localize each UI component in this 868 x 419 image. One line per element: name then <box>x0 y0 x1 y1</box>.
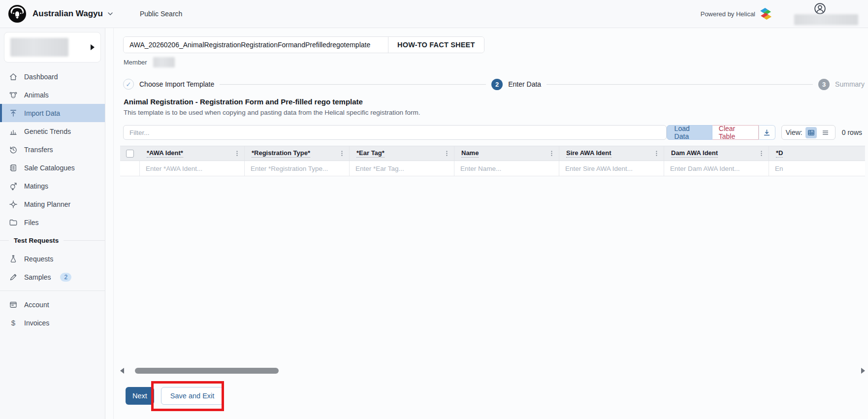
page-subtitle: This template is to be used when copying… <box>124 109 420 116</box>
view-toggle-group: View: <box>781 125 836 140</box>
column-menu-icon[interactable] <box>232 149 241 158</box>
column-header[interactable]: *Ear Tag* <box>350 146 454 161</box>
table-cell-input[interactable]: Enter *AWA Ident... <box>140 161 245 176</box>
column-header[interactable]: *D <box>769 146 865 161</box>
sidebar-item-genetic-trends[interactable]: Genetic Trends <box>0 122 105 140</box>
sidebar-item-files[interactable]: Files <box>0 213 105 231</box>
step1-label[interactable]: Choose Import Template <box>139 80 214 88</box>
download-button[interactable] <box>759 125 775 140</box>
sidebar-section-label: Test Requests <box>14 237 59 244</box>
sidebar-item-samples[interactable]: Samples2 <box>0 268 105 286</box>
cell-placeholder: Enter *AWA Ident... <box>146 165 202 172</box>
samples-count-badge: 2 <box>60 273 71 282</box>
save-and-exit-button[interactable]: Save and Exit <box>161 387 224 405</box>
flask-icon <box>9 255 18 263</box>
scroll-right-arrow-icon[interactable] <box>861 368 865 374</box>
column-header[interactable]: *AWA Ident* <box>140 146 245 161</box>
sidebar-nav-tests: RequestsSamples2 <box>0 250 105 286</box>
template-name-input[interactable] <box>124 37 388 53</box>
sidebar-item-account[interactable]: Account <box>0 295 105 314</box>
table-cell-input[interactable]: En <box>769 161 865 176</box>
load-data-button[interactable]: Load Data <box>667 125 712 140</box>
sidebar-item-import-data[interactable]: Import Data <box>0 104 105 122</box>
table-input-row: Enter *AWA Ident...Enter *Registration T… <box>120 161 865 176</box>
scrollbar-track[interactable] <box>126 367 859 374</box>
column-menu-icon[interactable] <box>442 149 451 158</box>
sidebar-item-label: Samples <box>24 273 51 281</box>
cell-placeholder: Enter Name... <box>460 165 501 172</box>
sidebar-item-matings[interactable]: Matings <box>0 177 105 195</box>
list-view-button[interactable] <box>820 127 831 138</box>
dollar-icon: $ <box>9 319 18 327</box>
sidebar-nav: DashboardAnimalsImport DataGenetic Trend… <box>0 67 105 231</box>
table-cell-input[interactable]: Enter Sire AWA Ident... <box>559 161 664 176</box>
grid-view-icon <box>807 129 815 137</box>
filter-input[interactable] <box>123 125 667 140</box>
cell-placeholder: Enter Sire AWA Ident... <box>565 165 633 172</box>
gender-icon <box>9 182 18 191</box>
column-menu-icon[interactable] <box>862 149 865 158</box>
expand-arrow-icon[interactable] <box>91 44 95 50</box>
header-checkbox-cell <box>120 146 140 161</box>
sidebar-item-label: Dashboard <box>24 73 58 81</box>
column-header-label: *Registration Type* <box>252 149 310 158</box>
table-cell-input[interactable]: Enter Dam AWA Ident... <box>664 161 769 176</box>
sidebar-item-dashboard[interactable]: Dashboard <box>0 67 105 86</box>
sidebar-item-mating-planner[interactable]: Mating Planner <box>0 195 105 213</box>
column-header-label: *Ear Tag* <box>356 149 385 158</box>
scrollbar-thumb[interactable] <box>135 368 279 374</box>
sidebar-item-invoices[interactable]: $Invoices <box>0 314 105 332</box>
column-header[interactable]: Sire AWA Ident <box>559 146 664 161</box>
row-checkbox-cell <box>120 161 140 176</box>
member-row: Member <box>124 57 175 67</box>
crosshair-icon <box>9 200 18 209</box>
grid-view-button[interactable] <box>805 127 817 138</box>
sidebar-item-label: Mating Planner <box>24 200 70 208</box>
wizard-stepper: ✓ Choose Import Template 2 Enter Data 3 … <box>123 78 865 91</box>
column-header[interactable]: *Registration Type* <box>245 146 350 161</box>
sidebar-item-label: Sale Catalogues <box>24 164 75 172</box>
sidebar-item-sale-catalogues[interactable]: Sale Catalogues <box>0 159 105 177</box>
list-view-icon <box>821 129 830 137</box>
org-name[interactable]: Australian Wagyu <box>32 9 103 19</box>
redacted-user-name <box>794 14 858 25</box>
table-cell-input[interactable]: Enter *Registration Type... <box>245 161 350 176</box>
sidebar-item-requests[interactable]: Requests <box>0 250 105 268</box>
cell-placeholder: En <box>775 165 783 172</box>
select-all-checkbox[interactable] <box>126 150 134 158</box>
column-header-label: Name <box>461 149 479 158</box>
helical-logo-icon <box>760 6 774 22</box>
column-menu-icon[interactable] <box>337 149 346 158</box>
history-icon <box>9 145 18 154</box>
column-header[interactable]: Name <box>454 146 559 161</box>
clear-table-button[interactable]: Clear Table <box>712 125 759 140</box>
table-cell-input[interactable]: Enter Name... <box>454 161 559 176</box>
step1-check-icon: ✓ <box>123 79 134 90</box>
sidebar-divider <box>0 290 105 291</box>
sidebar-item-animals[interactable]: Animals <box>0 86 105 104</box>
sidebar-item-label: Account <box>24 301 49 309</box>
sidebar-item-label: Matings <box>24 182 48 190</box>
column-header[interactable]: Dam AWA Ident <box>664 146 769 161</box>
step2-label[interactable]: Enter Data <box>508 80 541 88</box>
sidebar-item-transfers[interactable]: Transfers <box>0 140 105 159</box>
app-screen: Australian Wagyu Public Search Powered b… <box>0 0 868 419</box>
table-toolbar: Load Data Clear Table View: <box>123 125 862 140</box>
upload-icon <box>9 109 18 118</box>
column-menu-icon[interactable] <box>547 149 556 158</box>
nav-public-search[interactable]: Public Search <box>140 10 182 18</box>
main-content: HOW-TO FACT SHEET Member ✓ Choose Import… <box>105 28 868 419</box>
cell-placeholder: Enter Dam AWA Ident... <box>670 165 740 172</box>
page-title: Animal Registration - Registration Form … <box>124 97 363 106</box>
scroll-left-arrow-icon[interactable] <box>120 368 124 374</box>
column-menu-icon[interactable] <box>757 149 766 158</box>
chevron-down-icon[interactable] <box>106 10 114 18</box>
horizontal-scrollbar <box>120 367 865 375</box>
org-switcher-card[interactable] <box>4 32 101 63</box>
howto-fact-sheet-link[interactable]: HOW-TO FACT SHEET <box>388 37 484 53</box>
cow-icon <box>9 91 18 99</box>
next-button[interactable]: Next <box>126 387 154 405</box>
step3-circle: 3 <box>818 79 830 90</box>
table-cell-input[interactable]: Enter *Ear Tag... <box>350 161 454 176</box>
column-menu-icon[interactable] <box>652 149 661 158</box>
